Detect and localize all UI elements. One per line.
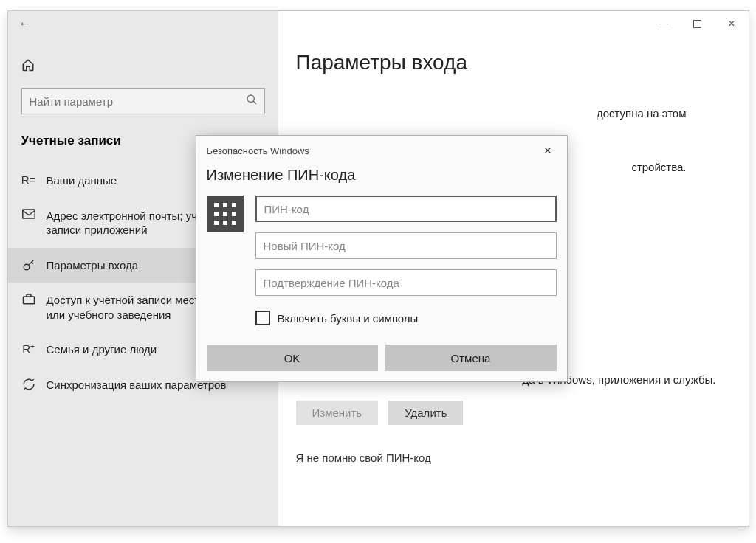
sidebar-item-label: Семья и другие люди — [47, 342, 157, 357]
dialog-close-icon[interactable]: ✕ — [537, 142, 558, 159]
dialog-body — [196, 196, 567, 309]
settings-window: ← Учетные записи R= Ваши данные Адрес эл… — [7, 10, 749, 527]
person-card-icon: R= — [21, 173, 36, 186]
page-title: Параметры входа — [296, 51, 731, 75]
keypad-icon — [207, 196, 244, 232]
search-icon[interactable] — [246, 94, 258, 108]
svg-point-0 — [247, 95, 254, 102]
dialog-header: Безопасность Windows ✕ — [196, 136, 567, 162]
cancel-button[interactable]: Отмена — [385, 345, 557, 371]
confirm-pin-input[interactable] — [255, 269, 557, 296]
home-row — [8, 36, 278, 88]
new-pin-input[interactable] — [255, 232, 557, 259]
windows-security-dialog: Безопасность Windows ✕ Изменение ПИН-код… — [196, 135, 568, 382]
include-letters-label: Включить буквы и символы — [278, 312, 419, 325]
sync-icon — [21, 378, 36, 391]
include-letters-checkbox[interactable] — [255, 311, 270, 325]
svg-rect-2 — [22, 210, 35, 218]
pin-fields — [255, 196, 557, 296]
close-button[interactable]: ✕ — [715, 11, 749, 36]
titlebar-left: ← — [8, 11, 278, 36]
ok-button[interactable]: OK — [207, 345, 378, 371]
search-wrap — [21, 88, 265, 114]
key-icon — [21, 258, 36, 272]
delete-pin-button[interactable]: Удалить — [388, 401, 463, 425]
minimize-button[interactable]: — — [647, 11, 681, 36]
svg-rect-4 — [23, 297, 34, 304]
people-icon: R+ — [21, 342, 36, 355]
current-pin-input[interactable] — [255, 196, 557, 222]
window-controls: — ✕ — [278, 11, 749, 36]
change-pin-button[interactable]: Изменить — [296, 401, 379, 425]
mail-icon — [21, 209, 36, 219]
dialog-title: Изменение ПИН-кода — [196, 162, 567, 196]
hello-available-text: доступна на этом — [296, 106, 731, 122]
briefcase-icon — [21, 293, 36, 305]
sidebar-item-label: Ваши данные — [47, 173, 117, 188]
dialog-buttons: OK Отмена — [196, 345, 567, 381]
svg-line-1 — [253, 101, 256, 104]
back-icon[interactable]: ← — [18, 16, 32, 32]
search-input[interactable] — [21, 88, 265, 114]
dialog-header-title: Безопасность Windows — [207, 145, 309, 156]
pin-action-row: Изменить Удалить — [296, 401, 731, 425]
include-letters-row: Включить буквы и символы — [196, 309, 567, 345]
forgot-pin-link[interactable]: Я не помню свой ПИН-код — [296, 452, 731, 464]
svg-point-3 — [24, 264, 30, 270]
sidebar-item-label: Параметры входа — [47, 258, 139, 273]
svg-rect-5 — [694, 20, 701, 27]
home-icon[interactable] — [21, 61, 35, 74]
maximize-button[interactable] — [681, 11, 715, 36]
